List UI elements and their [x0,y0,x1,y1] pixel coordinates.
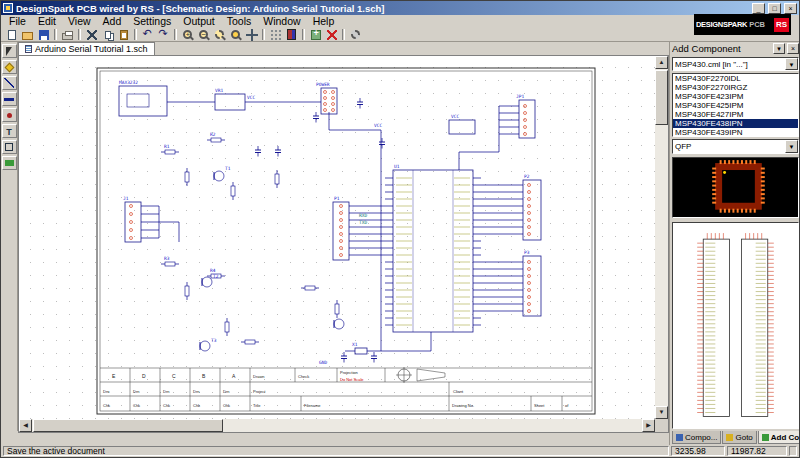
tab-arduino-serial-tutorial[interactable]: Arduino Serial Tutorial 1.sch [18,42,155,55]
grid-icon[interactable] [268,28,283,42]
menu-edit[interactable]: Edit [32,15,62,28]
toolbar-separator [174,29,177,40]
vertical-scrollbar[interactable]: ▲ ▼ [655,56,668,419]
undo-icon[interactable] [140,28,155,42]
component-list-item[interactable]: MSP430FE438IPN [673,119,798,128]
component-list-item[interactable]: MSP430F2270IDL [673,74,798,83]
status-coord-y: 11987.82 [727,446,787,456]
add-bus-icon[interactable] [2,92,17,106]
add-component-icon[interactable] [308,28,323,42]
copy-icon[interactable] [100,28,115,42]
vertical-scroll-thumb[interactable] [655,70,668,125]
delete-icon[interactable] [324,28,339,42]
schematic-label: GND [319,360,327,365]
zoom-full-icon[interactable] [228,28,243,42]
cut-icon[interactable] [84,28,99,42]
chevron-down-icon[interactable]: ▼ [785,140,798,153]
panel-tab-bar: Compo...GotoAdd Co... [670,431,800,445]
component-list: MSP430F2270IDLMSP430F2270IRGZMSP430FE423… [672,73,799,137]
scroll-down-icon[interactable]: ▼ [655,406,668,419]
maximize-button[interactable]: □ [768,3,781,14]
schematic-label: VCC [451,114,459,119]
menu-window[interactable]: Window [257,15,306,28]
library-icon[interactable] [284,28,299,42]
paste-icon[interactable] [116,28,131,42]
sheet-label: Sheet [534,403,545,408]
redo-icon[interactable] [156,28,171,42]
app-icon [3,3,13,13]
toolbar-separator [342,29,345,40]
title-label: Title [253,403,261,408]
library-select-value: MSP430.cml [in "..."] [675,60,748,69]
horizontal-scroll-thumb[interactable] [33,419,223,432]
scroll-up-icon[interactable]: ▲ [655,56,668,69]
panel-tab-compo[interactable]: Compo... [672,431,721,444]
add-shape-icon[interactable] [2,140,17,154]
rs-logo: RS [774,18,789,32]
menu-add[interactable]: Add [97,15,128,28]
schematic-label: R3 [164,256,170,261]
package-select[interactable]: QFP ▼ [672,139,799,154]
add-net-icon[interactable] [2,156,17,170]
panel-menu-button[interactable]: ▾ [773,43,785,54]
component-list-item[interactable]: MSP430FE427IPM [673,110,798,119]
schematic-canvas[interactable]: E D C B A Drawn Check Projection Do Not … [18,55,669,433]
sheet-border [97,68,595,414]
settings-icon[interactable] [348,28,363,42]
pan-icon[interactable] [244,28,259,42]
zoom-window-icon[interactable] [212,28,227,42]
panel-tab-icon [676,434,683,441]
package-select-value: QFP [675,142,691,151]
panel-close-button[interactable]: × [787,43,799,54]
schematic-label: MAX3232 [119,80,138,85]
menu-help[interactable]: Help [307,15,341,28]
panel-tab-addco[interactable]: Add Co... [758,431,800,444]
panel-header: Add Component ▾ × [670,42,800,56]
component-list-item[interactable]: MSP430FE423IPM [673,92,798,101]
schematic-label: JP1 [516,94,524,99]
toolbar-separator [78,29,81,40]
projection-label: Projection [340,370,358,375]
schematic-view[interactable]: E D C B A Drawn Check Projection Do Not … [19,56,655,419]
resize-grip [789,446,797,456]
schematic-label: P3 [524,250,530,255]
minimize-button[interactable]: _ [752,3,765,14]
panel-tab-goto[interactable]: Goto [722,431,756,444]
chevron-down-icon[interactable]: ▼ [785,58,798,71]
scroll-right-icon[interactable]: ▶ [642,419,655,432]
close-button[interactable]: × [784,3,797,14]
component-list-item[interactable]: MSP430F2270IRGZ [673,83,798,92]
schematic-label: X1 [352,342,358,347]
zoom-in-icon[interactable] [180,28,195,42]
horizontal-scrollbar[interactable]: ◀ ▶ [19,419,655,432]
menu-view[interactable]: View [62,15,97,28]
add-junction-icon[interactable] [2,108,17,122]
toolbar-separator [262,29,265,40]
select-icon[interactable] [2,44,17,58]
panel-title: Add Component [672,43,771,54]
new-icon[interactable] [4,28,19,42]
scroll-left-icon[interactable]: ◀ [19,419,32,432]
library-select[interactable]: MSP430.cml [in "..."] ▼ [672,57,799,72]
component-list-item[interactable]: MSP430FE439IPN [673,128,798,137]
do-not-scale-label: Do Not Scale [340,377,364,382]
add-symbol-icon[interactable] [2,60,17,74]
schematic-label: TXD [359,220,367,225]
toolbar-separator [134,29,137,40]
component-list-item[interactable]: MSP430FE425IPM [673,101,798,110]
menu-tools[interactable]: Tools [221,15,258,28]
add-text-icon[interactable] [2,124,17,138]
menu-file[interactable]: File [3,15,32,28]
zone-label: B [202,373,206,379]
add-wire-icon[interactable] [2,76,17,90]
chk-label: Chk [223,403,230,408]
print-icon[interactable] [60,28,75,42]
menu-settings[interactable]: Settings [127,15,177,28]
menu-output[interactable]: Output [177,15,221,28]
zoom-out-icon[interactable] [196,28,211,42]
save-icon[interactable] [36,28,51,42]
open-icon[interactable] [20,28,35,42]
schematic-label: R1 [164,144,170,149]
doc-tab-label: Arduino Serial Tutorial 1.sch [35,44,148,54]
brand-sub: PCB [749,20,765,29]
